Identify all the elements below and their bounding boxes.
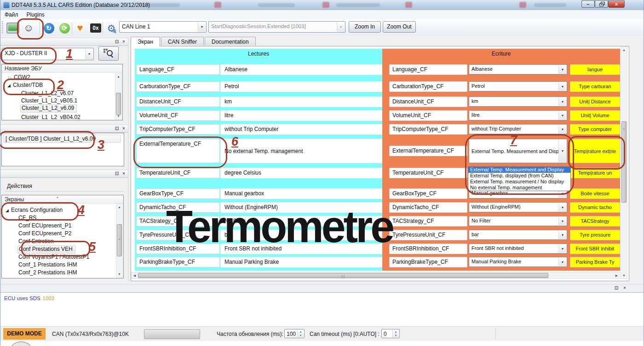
param-value-field[interactable]: No external Temp. management — [220, 139, 386, 163]
zoom-in-button[interactable]: Zoom In — [349, 21, 381, 33]
write-combobox[interactable]: bar▼ — [469, 230, 567, 240]
param-value-field[interactable]: litre — [220, 110, 386, 121]
ecu-search-button[interactable] — [98, 46, 119, 61]
maximize-icon[interactable] — [595, 0, 608, 8]
screen-item[interactable]: Conf Prestations VEH — [17, 245, 75, 254]
ecu-tree-scrollbar[interactable]: ▲ ▼ — [115, 73, 122, 119]
chevron-down-icon[interactable]: ▼ — [558, 217, 566, 225]
dropdown-option[interactable]: External Temp. displayed (from CAN) — [468, 173, 570, 179]
write-combobox[interactable]: Petrol▼ — [469, 81, 567, 91]
refresh-rate-stepper[interactable]: 100 ▲▼ — [284, 329, 305, 338]
menu-item-Файл[interactable]: Файл — [0, 10, 23, 19]
tab-can-sniffer[interactable]: CAN Sniffer — [161, 37, 204, 45]
scroll-down-icon[interactable]: ▼ — [115, 113, 121, 119]
param-value-field[interactable]: km — [220, 96, 386, 107]
send-button[interactable]: TACStrategy — [570, 216, 620, 227]
toolbar-grip[interactable] — [2, 21, 3, 34]
tab-documentation[interactable]: Documentation — [205, 37, 256, 45]
write-combobox[interactable]: External Temp. Measurement and Display▼ — [469, 139, 567, 163]
write-combobox[interactable]: Albanese▼ — [469, 64, 567, 74]
send-button[interactable]: Temp|rature un — [570, 168, 620, 178]
dock-float-icon[interactable]: ⊡ — [114, 39, 120, 45]
param-value-field[interactable]: Albanese — [220, 64, 386, 75]
chevron-down-icon[interactable]: ▼ — [558, 244, 566, 253]
screen-item[interactable]: CF_RS — [17, 214, 39, 222]
write-combobox[interactable]: No Filter▼ — [469, 216, 567, 226]
stepper-arrows[interactable]: ▲▼ — [297, 330, 304, 337]
can-line-select[interactable]: CAN Line 1 ▼ — [119, 21, 207, 33]
send-button[interactable]: Type computer — [570, 124, 620, 135]
loaded-ecu-item[interactable]: [ Cluster/TDB ] Cluster_L1_L2_v6.09 — [3, 135, 121, 143]
vertical-scrollbar[interactable]: ▲ ≡ ▼ — [621, 46, 627, 279]
chevron-down-icon[interactable]: ▼ — [558, 125, 566, 133]
tree-expanded-icon[interactable]: ◢ — [7, 83, 13, 88]
close-icon[interactable]: × — [608, 0, 625, 8]
scroll-right-icon[interactable]: ▶ — [614, 272, 620, 278]
send-button[interactable]: Boite vitesse — [570, 188, 620, 199]
scrollbar-thumb[interactable]: ≡ — [117, 224, 122, 256]
chevron-down-icon[interactable]: ▼ — [558, 258, 566, 266]
actions-dock-header[interactable]: ⊡ × — [0, 170, 128, 178]
ecu-version-item[interactable]: Cluster_L1_L2_vB04.02 — [20, 113, 83, 120]
dropdown-option[interactable]: No external Temp. management — [468, 185, 570, 191]
reload-icon[interactable]: ⟳ — [58, 22, 71, 34]
scroll-left-icon[interactable]: ◀ — [132, 272, 138, 278]
scrollbar-thumb[interactable]: ≡ — [621, 121, 627, 203]
actions-tree-header[interactable]: Экраны — [2, 195, 123, 204]
chevron-down-icon[interactable]: ▼ — [558, 97, 566, 106]
refresh-icon[interactable]: ↻ — [42, 22, 56, 34]
spin-down-icon[interactable]: ▼ — [299, 334, 302, 337]
vehicle-select[interactable]: XJD - DUSTER II ▼ — [2, 48, 94, 60]
minimize-icon[interactable]: – — [581, 0, 595, 8]
chevron-down-icon[interactable]: ▼ — [558, 82, 566, 91]
dropdown-option[interactable]: External Temp. measurement / No display — [468, 179, 570, 185]
tree-item-ecrans-configuration[interactable]: ◢Ecrans Configuration — [6, 207, 63, 213]
send-button[interactable]: Unit| Volume — [570, 110, 620, 121]
ecu-version-item[interactable]: Cluster_L1_L2_v6.07 — [20, 90, 76, 97]
write-combobox[interactable]: without Trip Computer▼ — [469, 124, 567, 134]
scroll-down-icon[interactable]: ▼ — [116, 271, 122, 277]
ecu-version-item[interactable]: Cluster_L1_L2_v6.09 — [20, 104, 77, 113]
chevron-down-icon[interactable]: ▼ — [558, 231, 566, 239]
ecu-version-item[interactable]: Cluster_L1_L2_vB05.1 — [20, 97, 80, 105]
screen-item[interactable]: Conf Entretien — [17, 238, 56, 245]
chevron-down-icon[interactable]: ▼ — [198, 22, 206, 32]
screen-monitor-icon[interactable] — [6, 22, 20, 34]
dropdown-option[interactable]: External Temp. Measurement and Display — [468, 167, 570, 173]
send-button[interactable]: Unit| Distance — [570, 96, 620, 107]
screen-item[interactable]: Conf_2 Prestations IHM — [17, 269, 79, 277]
tree-item-cgw2[interactable]: ▷CGW2 — [8, 74, 30, 80]
actions-scrollbar[interactable]: ▲ ≡ ▼ — [116, 204, 123, 278]
dock-close-icon[interactable]: × — [121, 125, 127, 131]
tree-item-cluster-tdb[interactable]: ◢Cluster/TDB — [7, 82, 43, 88]
horizontal-scrollbar[interactable]: ◀ ||| ▶ — [131, 272, 620, 279]
loaded-dock-header[interactable]: ⊡ × — [0, 125, 128, 133]
log-dock-header[interactable]: ⊡ × — [0, 284, 644, 293]
tree-expanded-icon[interactable]: ◢ — [6, 208, 11, 213]
param-value-field[interactable]: Petrol — [220, 81, 386, 92]
dock-close-icon[interactable]: × — [621, 285, 628, 291]
param-value-field[interactable]: without Trip Computer — [220, 124, 386, 135]
plugin-pointer-icon[interactable]: ⚙ — [104, 22, 118, 34]
send-button[interactable]: Type carburan — [570, 81, 620, 92]
menu-item-Plugins[interactable]: Plugins — [23, 10, 49, 19]
scroll-up-icon[interactable]: ▲ — [115, 74, 121, 79]
tab-экран[interactable]: Экран — [131, 37, 160, 46]
send-button[interactable]: Temp|rature ext|rie — [570, 139, 620, 163]
write-combobox[interactable]: Manual Parking Brake▼ — [469, 257, 567, 267]
param-value-field[interactable]: degree Celsius — [220, 168, 386, 178]
scroll-up-icon[interactable]: ▲ — [116, 204, 122, 210]
dock-close-icon[interactable]: × — [121, 39, 127, 45]
session-select[interactable]: StartDiagnosticSession.Extended [1003] ▼ — [208, 21, 345, 33]
scroll-up-icon[interactable]: ▲ — [621, 47, 627, 53]
write-combobox[interactable]: Without (EngineRPM)▼ — [469, 202, 567, 212]
write-combobox[interactable]: km▼ — [469, 96, 567, 107]
title-bar[interactable]: DDT4All 5.3.5 ALL CARS Edition (Database… — [0, 0, 644, 11]
write-combobox[interactable]: Front SBR not inhibited▼ — [469, 244, 567, 254]
expert-mode-icon[interactable]: ☺ — [22, 22, 35, 34]
chevron-down-icon[interactable]: ▼ — [558, 111, 566, 119]
scroll-down-icon[interactable]: ▼ — [621, 272, 627, 278]
zoom-out-button[interactable]: Zoom Out — [383, 21, 416, 33]
send-button[interactable]: Tyre pressure — [570, 230, 620, 240]
stepper-arrows[interactable]: ▲▼ — [392, 330, 399, 337]
